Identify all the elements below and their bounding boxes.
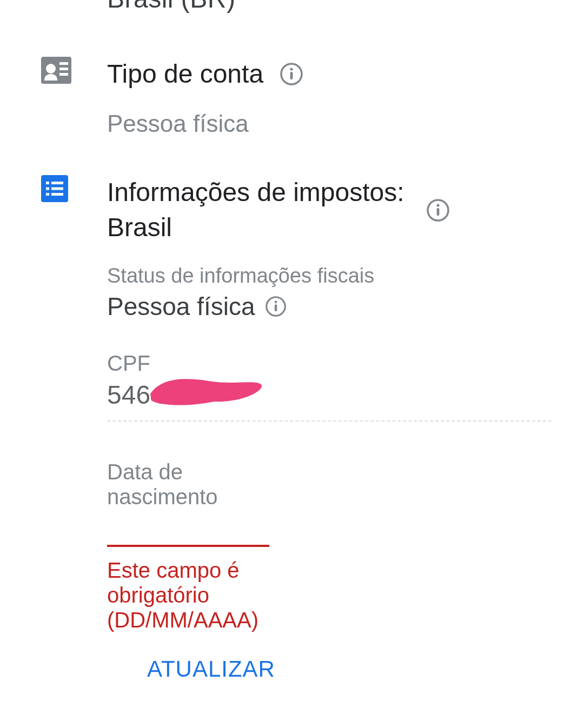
tax-info-body: Informações de impostos: Brasil Status d… <box>107 175 552 686</box>
list-icon <box>41 175 74 202</box>
redaction-mark <box>149 376 263 407</box>
info-icon[interactable] <box>265 296 287 317</box>
account-type-title-row: Tipo de conta <box>107 57 552 92</box>
divider <box>107 420 552 422</box>
dob-error-text: Este campo é obrigatório (DD/MM/AAAA) <box>107 558 280 632</box>
info-icon[interactable] <box>426 198 450 222</box>
cpf-value-row: 5464 <box>107 380 552 410</box>
content: Brasil (BR) Tipo de conta <box>0 0 584 685</box>
svg-rect-9 <box>46 182 49 184</box>
svg-rect-10 <box>51 182 63 184</box>
svg-point-16 <box>436 204 439 206</box>
tax-status-row: Pessoa física <box>107 292 552 321</box>
svg-rect-20 <box>274 305 276 312</box>
svg-rect-12 <box>51 187 63 190</box>
account-type-title: Tipo de conta <box>107 57 263 92</box>
account-type-body: Tipo de conta Pessoa física <box>107 57 552 137</box>
svg-point-19 <box>274 301 277 304</box>
account-type-value: Pessoa física <box>107 110 552 137</box>
cpf-label: CPF <box>107 351 552 376</box>
svg-rect-14 <box>51 193 63 196</box>
dob-label: Data de nascimento <box>107 459 237 509</box>
update-button[interactable]: ATUALIZAR <box>141 653 282 685</box>
svg-rect-17 <box>437 208 440 216</box>
svg-rect-4 <box>59 73 68 76</box>
tax-info-title-row: Informações de impostos: Brasil <box>107 175 552 245</box>
svg-rect-11 <box>46 187 49 190</box>
info-icon[interactable] <box>280 62 303 86</box>
svg-rect-13 <box>46 193 49 196</box>
dob-input-wrap <box>107 515 269 547</box>
id-card-icon <box>41 57 74 84</box>
account-type-section: Tipo de conta Pessoa física <box>41 57 552 137</box>
svg-point-6 <box>290 68 293 71</box>
settings-panel: Brasil (BR) Tipo de conta <box>0 0 584 728</box>
svg-rect-3 <box>59 68 68 70</box>
svg-point-1 <box>46 64 56 74</box>
svg-rect-7 <box>290 72 293 79</box>
cpf-value: 5464 <box>107 380 165 409</box>
tax-status-label: Status de informações fiscais <box>107 264 552 288</box>
dob-input[interactable] <box>107 515 269 547</box>
tax-info-section: Informações de impostos: Brasil Status d… <box>41 175 552 686</box>
country-value-partial: Brasil (BR) <box>107 0 552 14</box>
svg-rect-2 <box>59 62 68 65</box>
tax-status-value: Pessoa física <box>107 292 255 321</box>
tax-info-title: Informações de impostos: Brasil <box>107 175 410 245</box>
